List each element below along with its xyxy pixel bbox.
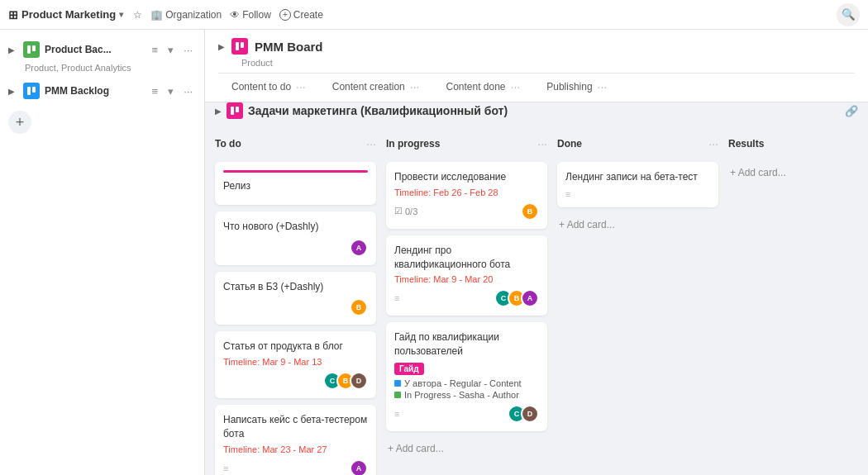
svg-rect-4 [236, 42, 239, 50]
org-icon: 🏢 [150, 9, 163, 21]
tab-menu-1[interactable]: ··· [410, 80, 420, 93]
avatar: A [350, 459, 368, 475]
card-avatars-6: C B A [499, 289, 539, 307]
grid-icon: ⊞ [8, 8, 18, 21]
card-avatars-2: B [355, 298, 368, 316]
chevron-down-btn-2[interactable]: ▾ [165, 83, 177, 99]
avatar: D [521, 405, 539, 423]
board-title: PMM Board [255, 40, 323, 54]
search-button[interactable]: 🔍 [837, 3, 860, 26]
avatar: B [350, 298, 368, 316]
card-reliz[interactable]: Релиз [215, 162, 376, 205]
chevron-down-btn-1[interactable]: ▾ [165, 42, 177, 58]
col-title-done: Done [557, 138, 582, 150]
card-menu-icon: ≡ [223, 463, 228, 473]
svg-rect-2 [27, 87, 31, 95]
add-card-inprogress[interactable]: + Add card... [386, 438, 547, 459]
add-board-button[interactable]: + [8, 111, 31, 134]
more-btn-2[interactable]: ··· [180, 83, 196, 99]
topbar: ⊞ Product Marketing ▾ ☆ 🏢 Organization 👁… [0, 0, 868, 30]
content-area: ▶ PMM Board Product Content to do ··· Co… [205, 30, 868, 475]
avatar: D [350, 372, 368, 390]
board-subtitle: Product [218, 58, 855, 68]
svg-rect-1 [32, 45, 36, 51]
topbar-title-text: Product Marketing [21, 8, 116, 21]
section-title: Задачи маркетинга (Квалификационный бот) [248, 104, 508, 117]
card-statya-b3[interactable]: Статья в Б3 (+Dashly) B [215, 272, 376, 325]
card-avatars-5: B [526, 202, 539, 221]
topbar-actions: ☆ 🏢 Organization 👁 Follow + Create [133, 9, 323, 21]
sidebar-board-title-2: PMM Backlog [45, 85, 144, 97]
card-accent-bar [223, 170, 368, 173]
col-menu-done[interactable]: ··· [708, 137, 718, 150]
board-title-row: ▶ PMM Board [218, 38, 855, 55]
sidebar-board-title-1: Product Bac... [45, 44, 144, 55]
checkbox-icon: ☑ [394, 206, 403, 216]
svg-rect-0 [27, 45, 31, 54]
tab-content-to-do[interactable]: Content to do ··· [218, 74, 319, 102]
plus-circle-icon: + [279, 9, 291, 21]
tab-content-creation[interactable]: Content creation ··· [319, 74, 433, 102]
col-menu-inprogress[interactable]: ··· [537, 137, 547, 150]
card-napisat-keys[interactable]: Написать кейс с бета-тестером бота Timel… [215, 405, 376, 475]
avatar: A [521, 289, 539, 307]
org-link[interactable]: 🏢 Organization [150, 9, 222, 21]
tab-content-done[interactable]: Content done ··· [432, 74, 533, 102]
card-avatars-3: C B D [328, 372, 368, 390]
sidebar-item-pmm-backlog[interactable]: ▶ PMM Backlog ≡ ▾ ··· [0, 78, 204, 104]
sidebar-board-sub-1: Product, Product Analytics [0, 63, 204, 73]
card-chto-novogo[interactable]: Что нового (+Dashly) A [215, 211, 376, 265]
card-lending-kvali[interactable]: Лендинг про квалификационного бота Timel… [386, 235, 547, 316]
col-title-inprogress: In progress [386, 138, 440, 150]
card-lending-zapis[interactable]: Лендинг записи на бета-тест ≡ [557, 162, 718, 207]
expand-arrow-2: ▶ [8, 87, 18, 96]
svg-rect-6 [231, 107, 234, 115]
section-link-icon[interactable]: 🔗 [845, 105, 858, 117]
board-icon-1 [23, 41, 40, 58]
meta-dot-green [394, 392, 401, 398]
avatar: A [350, 239, 368, 257]
card-avatars-7: C D [513, 405, 539, 423]
tab-menu-0[interactable]: ··· [296, 80, 306, 93]
card-menu-icon3: ≡ [394, 409, 399, 419]
card-statya-produkt[interactable]: Статья от продукта в блог Timeline: Mar … [215, 331, 376, 398]
tab-menu-2[interactable]: ··· [511, 80, 521, 93]
star-button[interactable]: ☆ [133, 9, 142, 21]
sidebar: ▶ Product Bac... ≡ ▾ ··· Product, Produc… [0, 30, 205, 475]
section-expand-arrow: ▶ [215, 107, 222, 116]
card-avatars-4: A [355, 459, 368, 475]
col-menu-todo[interactable]: ··· [366, 137, 376, 150]
col-header-done: Done ··· [557, 137, 718, 150]
topbar-title: ⊞ Product Marketing ▾ [8, 8, 123, 21]
svg-rect-3 [32, 87, 36, 93]
expand-arrow-board: ▶ [218, 42, 225, 51]
sidebar-actions-2: ≡ ▾ ··· [149, 83, 196, 99]
section-header: ▶ Задачи маркетинга (Квалификационный бо… [205, 102, 868, 127]
add-card-results[interactable]: + Add card... [728, 162, 868, 183]
list-view-btn-1[interactable]: ≡ [149, 42, 162, 58]
expand-arrow-1: ▶ [8, 45, 18, 55]
card-meta-2: In Progress - Sasha - Author [394, 390, 539, 400]
card-gayd[interactable]: Гайд по квалификации пользователей Гайд … [386, 322, 547, 431]
more-btn-1[interactable]: ··· [180, 42, 196, 58]
board-header: ▶ PMM Board Product Content to do ··· Co… [205, 30, 868, 102]
card-provesti[interactable]: Провести исследование Timeline: Feb 26 -… [386, 162, 547, 229]
sidebar-item-product-bac[interactable]: ▶ Product Bac... ≡ ▾ ··· [0, 36, 204, 63]
tab-menu-3[interactable]: ··· [598, 80, 608, 93]
add-card-done[interactable]: + Add card... [557, 214, 718, 235]
column-tabs: Content to do ··· Content creation ··· C… [218, 73, 855, 102]
avatar: B [521, 202, 539, 221]
follow-button[interactable]: 👁 Follow [230, 9, 271, 21]
meta-dot-blue [394, 380, 401, 387]
svg-rect-5 [241, 42, 244, 48]
col-header-todo: To do ··· [215, 137, 376, 150]
star-icon: ☆ [133, 9, 142, 21]
board-icon-2 [23, 83, 40, 99]
tab-publishing[interactable]: Publishing ··· [533, 74, 620, 102]
col-title-results: Results [728, 138, 764, 150]
section-icon [227, 102, 243, 119]
sidebar-actions-1: ≡ ▾ ··· [149, 42, 196, 58]
list-view-btn-2[interactable]: ≡ [149, 83, 162, 99]
create-button[interactable]: + Create [279, 9, 323, 21]
search-icon: 🔍 [842, 8, 856, 21]
